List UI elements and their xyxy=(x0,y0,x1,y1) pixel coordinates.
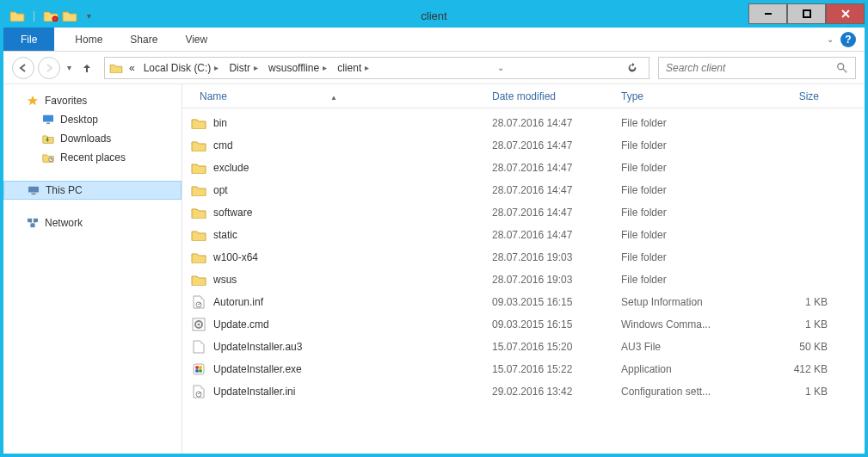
file-row[interactable]: cmd28.07.2016 14:47File folder xyxy=(182,134,865,157)
folder-icon xyxy=(191,182,206,198)
file-name: UpdateInstaller.au3 xyxy=(213,341,302,353)
chevron-right-icon[interactable]: ▸ xyxy=(212,63,220,72)
tab-file[interactable]: File xyxy=(3,28,54,51)
file-type: Application xyxy=(621,363,759,375)
file-row[interactable]: UpdateInstaller.au315.07.2016 15:20AU3 F… xyxy=(182,336,865,358)
file-type: File folder xyxy=(621,229,759,241)
file-type: File folder xyxy=(621,162,759,174)
file-date: 28.07.2016 14:47 xyxy=(492,207,621,219)
file-row[interactable]: Autorun.inf09.03.2015 16:15Setup Informa… xyxy=(182,291,865,313)
file-row[interactable]: software28.07.2016 14:47File folder xyxy=(182,201,865,224)
address-dropdown-icon[interactable]: ⌄ xyxy=(492,63,509,72)
navigation-bar: ▾ « Local Disk (C:)▸ Distr▸ wsusoffline▸… xyxy=(3,52,865,84)
svg-point-23 xyxy=(199,369,202,373)
ini-icon xyxy=(191,384,206,399)
file-row[interactable]: UpdateInstaller.exe15.07.2016 15:22Appli… xyxy=(182,358,865,380)
forward-button[interactable] xyxy=(38,57,60,79)
chevron-right-icon[interactable]: ▸ xyxy=(363,63,371,72)
back-button[interactable] xyxy=(12,57,34,79)
file-size: 412 KB xyxy=(759,363,845,375)
file-row[interactable]: w100-x6428.07.2016 19:03File folder xyxy=(182,246,865,269)
sidebar-thispc[interactable]: This PC xyxy=(3,181,182,200)
explorer-window: | ▾ client File Home Share View ⌄ ? xyxy=(0,0,868,457)
svg-line-6 xyxy=(843,68,846,71)
file-name: UpdateInstaller.exe xyxy=(213,363,302,375)
svg-line-16 xyxy=(33,222,35,224)
history-dropdown-icon[interactable]: ▾ xyxy=(64,63,75,72)
file-name: UpdateInstaller.ini xyxy=(213,386,295,398)
svg-rect-11 xyxy=(31,193,35,195)
address-prefix: « xyxy=(126,62,139,74)
search-icon[interactable] xyxy=(836,62,848,74)
column-date[interactable]: Date modified xyxy=(483,90,613,102)
ribbon-tabs: File Home Share View ⌄ ? xyxy=(3,28,865,52)
help-icon[interactable]: ? xyxy=(840,32,856,47)
up-button[interactable] xyxy=(78,59,95,77)
column-headers: Name▲ Date modified Type Size xyxy=(182,84,865,108)
svg-rect-21 xyxy=(194,364,204,374)
file-row[interactable]: exclude28.07.2016 14:47File folder xyxy=(182,157,865,179)
file-type: Configuration sett... xyxy=(621,386,759,398)
svg-rect-13 xyxy=(34,219,38,222)
network-icon xyxy=(26,216,40,230)
file-row[interactable]: wsus28.07.2016 19:03File folder xyxy=(182,269,865,291)
address-segment[interactable]: wsusoffline▸ xyxy=(265,62,332,74)
file-row[interactable]: bin28.07.2016 14:47File folder xyxy=(182,112,865,134)
file-name: opt xyxy=(213,184,228,196)
address-segment[interactable]: client▸ xyxy=(334,62,374,74)
svg-point-20 xyxy=(198,324,200,326)
file-name: Autorun.inf xyxy=(213,296,263,308)
au3-icon xyxy=(191,339,206,355)
column-name[interactable]: Name▲ xyxy=(182,90,483,102)
file-row[interactable]: opt28.07.2016 14:47File folder xyxy=(182,179,865,201)
file-type: AU3 File xyxy=(621,341,759,353)
tab-view[interactable]: View xyxy=(171,28,221,51)
sidebar-favorites[interactable]: Favorites xyxy=(3,91,182,110)
sidebar-network[interactable]: Network xyxy=(3,213,182,232)
file-name: w100-x64 xyxy=(213,251,258,263)
file-date: 28.07.2016 14:47 xyxy=(492,139,621,151)
svg-point-22 xyxy=(195,366,199,369)
file-date: 28.07.2016 14:47 xyxy=(492,184,621,196)
file-type: File folder xyxy=(621,274,759,286)
sidebar-item-downloads[interactable]: Downloads xyxy=(3,129,182,148)
sidebar-item-recent[interactable]: Recent places xyxy=(3,148,182,167)
file-list-pane: Name▲ Date modified Type Size bin28.07.2… xyxy=(182,84,865,454)
refresh-button[interactable] xyxy=(626,62,645,74)
column-size[interactable]: Size xyxy=(750,90,836,102)
file-date: 28.07.2016 19:03 xyxy=(492,274,621,286)
address-segment[interactable]: Distr▸ xyxy=(225,62,263,74)
desktop-icon xyxy=(41,113,55,127)
file-list[interactable]: bin28.07.2016 14:47File foldercmd28.07.2… xyxy=(182,108,865,454)
column-type[interactable]: Type xyxy=(613,90,750,102)
folder-icon xyxy=(191,205,206,220)
search-input[interactable] xyxy=(666,62,836,74)
window-title: client xyxy=(3,9,865,22)
file-date: 29.02.2016 13:42 xyxy=(492,386,621,398)
file-name: bin xyxy=(213,117,227,129)
folder-icon xyxy=(108,60,124,76)
sidebar-item-desktop[interactable]: Desktop xyxy=(3,110,182,129)
titlebar[interactable]: | ▾ client xyxy=(3,3,865,28)
file-row[interactable]: static28.07.2016 14:47File folder xyxy=(182,224,865,246)
address-segment[interactable]: Local Disk (C:)▸ xyxy=(140,62,225,74)
star-icon xyxy=(26,94,40,108)
recent-icon xyxy=(41,151,55,164)
exe-icon xyxy=(191,361,206,377)
address-bar[interactable]: « Local Disk (C:)▸ Distr▸ wsusoffline▸ c… xyxy=(104,57,649,79)
sidebar-favorites-label: Favorites xyxy=(45,95,87,107)
file-type: Windows Comma... xyxy=(621,318,759,330)
svg-point-25 xyxy=(195,369,199,373)
tab-home[interactable]: Home xyxy=(61,28,116,51)
address-segment-label: wsusoffline xyxy=(268,62,319,74)
file-row[interactable]: Update.cmd09.03.2015 16:15Windows Comma.… xyxy=(182,313,865,336)
address-segment-label: client xyxy=(337,62,361,74)
tab-share[interactable]: Share xyxy=(116,28,171,51)
folder-icon xyxy=(191,250,206,265)
file-row[interactable]: UpdateInstaller.ini29.02.2016 13:42Confi… xyxy=(182,380,865,403)
chevron-right-icon[interactable]: ▸ xyxy=(252,63,260,72)
expand-ribbon-icon[interactable]: ⌄ xyxy=(827,34,834,44)
address-segment-label: Local Disk (C:) xyxy=(144,62,212,74)
search-box[interactable] xyxy=(658,57,856,79)
chevron-right-icon[interactable]: ▸ xyxy=(321,63,329,72)
